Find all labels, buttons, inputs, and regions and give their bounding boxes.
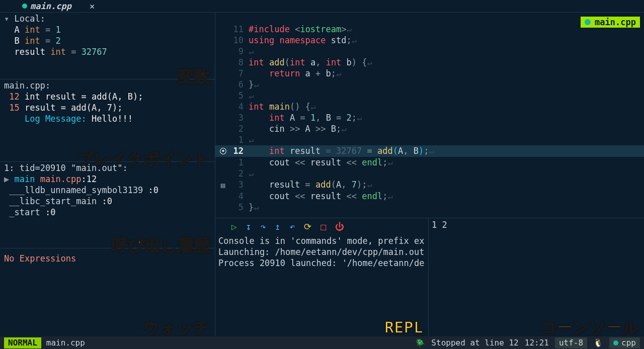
variable-row[interactable]: A int = 1	[4, 24, 211, 35]
step-into-icon[interactable]: ↧	[246, 221, 252, 232]
filetype-icon	[613, 340, 618, 345]
status-encoding: utf-8	[555, 337, 587, 348]
code-line[interactable]: 8int add(int a, int b) {↵	[215, 57, 644, 68]
stack-frame[interactable]: _start :0	[4, 207, 211, 218]
filetype-icon	[22, 4, 27, 9]
status-stopped: Stopped at line 12	[431, 337, 518, 348]
code-line[interactable]: 4 cout << result << endl;↵	[215, 191, 644, 202]
status-filetype: cpp	[609, 337, 640, 348]
variables-pane: ▾ Local: A int = 1 B int = 2 result int …	[0, 13, 215, 79]
code-editor[interactable]: main.cpp 11#include <iostream>↵10using n…	[215, 13, 644, 218]
callstack-pane: 1: tid=20910 "main.out": ▶ main main.cpp…	[0, 162, 215, 248]
code-line[interactable]: 7 return a + b;↵	[215, 68, 644, 79]
linux-icon: 🐧	[593, 337, 603, 348]
continue-icon[interactable]: ▷	[231, 221, 237, 232]
repl-line: Process 20910 launched: '/home/eetann/de	[218, 257, 425, 269]
code-line[interactable]: 2↵	[215, 168, 644, 179]
log-message: Hello!!!	[92, 114, 133, 124]
breakpoints-pane: main.cpp: 12 int result = add(A, B); 15 …	[0, 79, 215, 162]
breakpoint-row[interactable]: 12 int result = add(A, B);	[4, 91, 211, 102]
debug-toolbar: ▷ ↧ ↷ ↥ ↶ ⟳ □ ⏻	[218, 219, 425, 235]
power-icon[interactable]: ⏻	[335, 221, 344, 232]
step-back-icon[interactable]: ↶	[289, 221, 295, 232]
stack-frame[interactable]: __libc_start_main :0	[4, 196, 211, 207]
repl-line: Console is in 'commands' mode, prefix ex	[218, 235, 425, 246]
mode-indicator: NORMAL	[4, 337, 41, 348]
code-line[interactable]: 5↵	[215, 90, 644, 101]
code-line[interactable]: 4int main() {↵	[215, 101, 644, 112]
code-line[interactable]: 5}↵	[215, 202, 644, 213]
code-line[interactable]: 10using namespace std;↵	[215, 35, 644, 46]
variable-row[interactable]: result int = 32767	[4, 46, 211, 57]
watch-pane: No Expressions ウォッチ	[0, 248, 215, 336]
code-line[interactable]: 11#include <iostream>↵	[215, 24, 644, 35]
code-line[interactable]: 2 cin >> A >> B;↵	[215, 123, 644, 134]
tab-filename: main.cpp	[30, 1, 71, 12]
breakpoint-row[interactable]: 15 result = add(A, 7);	[4, 102, 211, 113]
console-pane[interactable]: 1 2 コーンソール	[429, 218, 644, 336]
code-line[interactable]: ▤3 result = add(A, 7);↵	[215, 179, 644, 191]
close-icon[interactable]: ✕	[90, 1, 95, 12]
console-output: 1 2	[432, 219, 641, 230]
status-filename: main.cpp	[46, 337, 85, 348]
code-line[interactable]: 1↵	[215, 134, 644, 145]
bp-file: main.cpp:	[4, 80, 211, 91]
code-line[interactable]: 9↵	[215, 46, 644, 57]
watch-empty: No Expressions	[4, 253, 76, 264]
status-bar: NORMAL main.cpp 🪲 Stopped at line 12 12:…	[0, 336, 644, 349]
repl-line: Launching: /home/eetann/dev/cpp/main.out	[218, 246, 425, 257]
step-over-icon[interactable]: ↷	[261, 221, 266, 232]
variable-row[interactable]: B int = 2	[4, 35, 211, 46]
code-line[interactable]: 6}↵	[215, 79, 644, 90]
status-cursor-pos: 12:21	[525, 337, 549, 348]
code-line[interactable]: ⦿12 int result = 32767 = add(A, B);↵	[215, 145, 644, 157]
stack-frame[interactable]: ___lldb_unnamed_symbol3139 :0	[4, 185, 211, 196]
tab-bar: main.cpp ✕	[0, 0, 644, 13]
step-out-icon[interactable]: ↥	[275, 221, 281, 232]
annotation-watch: ウォッチ	[143, 322, 210, 333]
restart-icon[interactable]: ⟳	[304, 221, 311, 232]
debug-sidebar: ▾ Local: A int = 1 B int = 2 result int …	[0, 13, 215, 336]
stack-frame[interactable]: ▶ main main.cpp:12	[4, 173, 211, 185]
annotation-console: コーンソール	[540, 322, 639, 333]
stop-icon[interactable]: □	[320, 221, 326, 232]
file-tab[interactable]: main.cpp ✕	[0, 1, 100, 12]
log-label: Log Message:	[25, 114, 92, 124]
thread-header: 1: tid=20910 "main.out":	[4, 162, 211, 173]
annotation-repl: REPL	[384, 322, 423, 333]
collapse-icon[interactable]: ▾	[4, 14, 14, 24]
scope-label: Local:	[14, 14, 45, 24]
repl-pane[interactable]: ▷ ↧ ↷ ↥ ↶ ⟳ □ ⏻ Console is in 'commands'…	[215, 218, 429, 336]
code-line[interactable]: 3 int A = 1, B = 2;↵	[215, 112, 644, 123]
code-line[interactable]: 1 cout << result << endl;↵	[215, 157, 644, 168]
bug-icon: 🪲	[415, 337, 425, 348]
